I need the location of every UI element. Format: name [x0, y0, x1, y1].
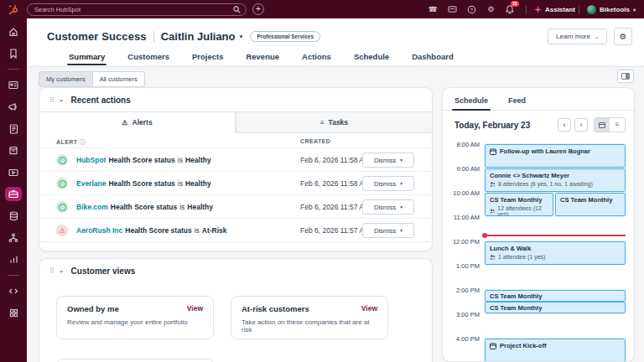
company-link[interactable]: Bike.com	[76, 203, 108, 211]
company-link[interactable]: AeroRush Inc	[76, 226, 122, 235]
sidebar-item-marketing[interactable]	[5, 100, 22, 114]
tab-customers[interactable]: Customers	[127, 52, 169, 65]
alert-row: ↑ EverlaneHealth Score statusisHealthy F…	[39, 172, 432, 195]
calendar-view-button[interactable]	[595, 118, 610, 132]
sidebar-item-customer-success[interactable]	[5, 187, 22, 201]
calendar-event[interactable]: CS Team Monthly	[485, 302, 626, 313]
calendar-event[interactable]: CS Team Monthly	[485, 290, 626, 302]
assistant-button[interactable]: Assistant	[534, 6, 575, 13]
view-card-description: Review and manage your entire portfolio	[57, 313, 213, 326]
workspace-settings-button[interactable]: ⚙	[614, 28, 632, 45]
sidebar-item-crm[interactable]	[5, 78, 22, 92]
dismiss-button[interactable]: Dismiss▾	[362, 223, 414, 238]
search-input[interactable]	[34, 6, 233, 13]
created-timestamp: Feb 6, 2026 11:57 AM	[300, 219, 370, 242]
learn-more-button[interactable]: Learn more ⌄	[548, 28, 607, 44]
dismiss-button[interactable]: Dismiss▾	[362, 153, 414, 168]
dismiss-button[interactable]: Dismiss▾	[362, 176, 414, 191]
view-link[interactable]: View	[361, 304, 377, 313]
tab-schedule[interactable]: Schedule	[354, 52, 389, 65]
sidebar-item-commerce[interactable]	[5, 143, 22, 158]
hour-label: 4:00 PM	[443, 335, 480, 343]
view-link[interactable]: View	[187, 304, 203, 313]
owner-selector[interactable]: Caitlin Juliano ▼	[161, 30, 244, 43]
calendar-event[interactable]: Lunch & Walk 1 attendee (1 yes)	[485, 241, 626, 265]
caret-down-icon: ▾	[400, 228, 402, 233]
tab-alerts[interactable]: ⚠ Alerts	[39, 111, 236, 133]
sidebar-item-content[interactable]	[5, 122, 22, 136]
learn-more-label: Learn more	[556, 33, 590, 40]
calendar-icon	[490, 148, 496, 155]
right-panel-toggle-button[interactable]	[617, 70, 634, 83]
company-link[interactable]: HubSpot	[76, 156, 106, 164]
video-icon	[8, 168, 18, 177]
hubspot-logo-icon[interactable]	[0, 4, 27, 15]
dismiss-button[interactable]: Dismiss▾	[362, 199, 414, 215]
settings-icon[interactable]: ⚙	[486, 4, 496, 15]
previous-day-button[interactable]: ‹	[558, 118, 571, 132]
sidebar-item-automations[interactable]	[5, 230, 22, 245]
sidebar-item-home[interactable]	[5, 24, 22, 39]
topbar-divider	[526, 5, 527, 14]
sidebar-item-data[interactable]	[5, 209, 22, 223]
list-view-button[interactable]: ≡	[610, 118, 625, 132]
tab-schedule-panel[interactable]: Schedule	[454, 96, 488, 110]
view-card-owned-by-me: Owned by me View Review and manage your …	[56, 296, 214, 339]
sidebar-item-reporting[interactable]	[5, 252, 22, 266]
my-customers-toggle[interactable]: My customers	[39, 71, 93, 87]
calendar-event[interactable]: Project Kick-off	[485, 339, 626, 362]
date-heading: Today, February 23	[454, 121, 554, 130]
caret-down-icon: ▾	[400, 204, 402, 209]
healthy-status-icon: ↑	[56, 201, 68, 213]
tasks-tab-label: Tasks	[329, 118, 348, 127]
hubspot-app: + ☎ ? ⚙ 15 Assis	[0, 0, 644, 362]
chevron-down-icon[interactable]: ⌄	[59, 96, 65, 103]
calendar-event[interactable]: CS Team Monthly 12 attendees (12 yes)	[485, 193, 553, 216]
tab-actions[interactable]: Actions	[302, 52, 331, 65]
view-card-partial	[56, 359, 214, 362]
marketplace-icon[interactable]	[447, 4, 458, 15]
calendar-event[interactable]: CS Team Monthly	[555, 193, 626, 216]
page-header: Customer Success Caitlin Juliano ▼ Profe…	[27, 18, 644, 67]
sidebar-collapse-toggle[interactable]	[5, 284, 22, 298]
next-day-button[interactable]: ›	[574, 118, 588, 132]
account-menu[interactable]: Biketools ▾	[587, 5, 636, 14]
tab-tasks[interactable]: ≡ Tasks	[236, 111, 432, 133]
info-icon[interactable]: ⓘ	[80, 139, 86, 145]
drag-handle-icon[interactable]: ⠿	[49, 96, 54, 104]
assistant-label: Assistant	[545, 6, 575, 13]
company-link[interactable]: Everlane	[76, 179, 106, 188]
sidebar-item-app-grid[interactable]	[5, 306, 22, 320]
tab-summary[interactable]: Summary	[69, 52, 105, 65]
view-card-at-risk: At-risk customers View Take action on th…	[231, 296, 388, 339]
calendar-event[interactable]: Connie <> Schwartz Meyer 8 attendees (6 …	[485, 168, 626, 192]
contact-card-icon	[8, 80, 18, 90]
megaphone-icon	[8, 102, 18, 111]
tab-feed[interactable]: Feed	[508, 96, 526, 110]
calling-icon[interactable]: ☎	[428, 4, 439, 15]
current-time-indicator	[485, 235, 626, 236]
create-new-button[interactable]: +	[252, 3, 264, 15]
tab-projects[interactable]: Projects	[192, 52, 224, 65]
all-customers-toggle[interactable]: All customers	[93, 71, 145, 87]
bookmark-icon	[9, 49, 18, 59]
notifications-icon[interactable]: 15	[505, 4, 516, 15]
global-search[interactable]	[27, 3, 247, 16]
chevron-down-icon[interactable]: ⌄	[59, 266, 65, 274]
tab-revenue[interactable]: Revenue	[246, 52, 279, 65]
page-icon	[9, 124, 18, 134]
calendar-event[interactable]: Follow-up with Lauren Bognar	[485, 144, 626, 168]
view-card-title: Owned by me	[67, 304, 119, 313]
sidebar-divider	[8, 69, 19, 70]
recent-actions-card: ⠿ ⌄ Recent actions ⚠ Alerts ≡ Tasks ALER…	[39, 87, 433, 251]
help-icon[interactable]: ?	[466, 4, 477, 15]
sidebar-item-media[interactable]	[5, 165, 22, 179]
sidebar-item-bookmarks[interactable]	[5, 46, 22, 60]
day-calendar: 8:00 AM 9:00 AM 10:00 AM 11:00 AM 12:00 …	[443, 138, 634, 361]
alert-row: ↑ Bike.comHealth Score statusisHealthy F…	[39, 195, 432, 219]
drag-handle-icon[interactable]: ⠿	[49, 267, 54, 275]
alerts-tab-label: Alerts	[132, 118, 153, 127]
collapse-arrows-icon	[8, 287, 18, 295]
tab-dashboard[interactable]: Dashboard	[412, 52, 454, 65]
database-icon	[9, 211, 18, 221]
